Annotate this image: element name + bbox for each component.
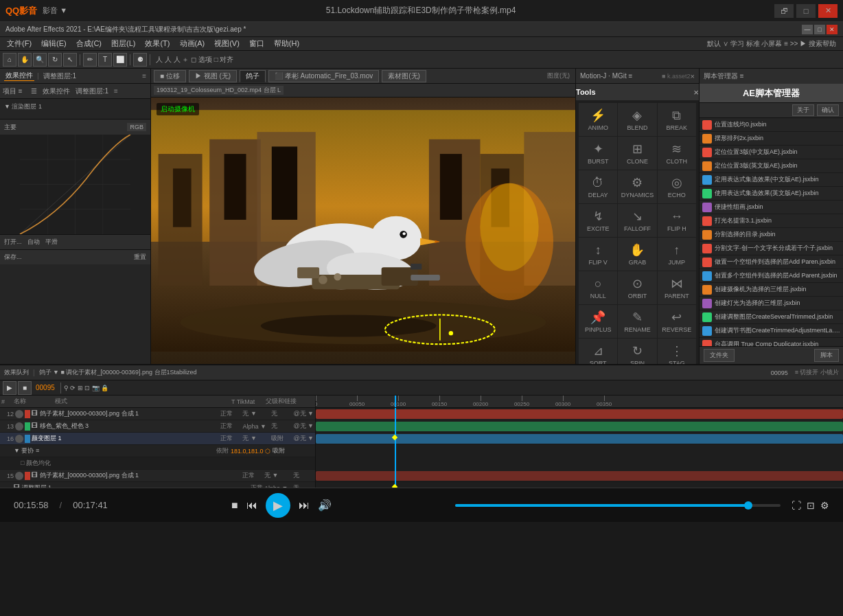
- layer-row-13[interactable]: 13 🎞 移色_紫色_橙色 3 正常 Alpha ▼ 无 @无 ▼: [0, 420, 315, 433]
- menu-edit[interactable]: 编辑(E): [37, 37, 71, 51]
- confirm-btn[interactable]: 确认: [817, 104, 839, 116]
- layer-row-12[interactable]: 12 🎞 鸽子素材_[00000-00300].png 合成 1 正常 无 ▼ …: [0, 408, 315, 420]
- tool-home[interactable]: ⌂: [3, 53, 16, 67]
- script-item-16[interactable]: 台高调用 True Comp Duplicator.jsxbin: [700, 338, 843, 346]
- script-item-12[interactable]: 创建摄像机为选择的三维层.jsxbin: [700, 283, 843, 297]
- tab-main-comp[interactable]: 鸽子: [240, 70, 266, 82]
- script-item-8[interactable]: 分割选择的目录.jsxbin: [700, 228, 843, 242]
- os-close[interactable]: ✕: [818, 4, 838, 18]
- menu-view[interactable]: 视图(V): [210, 37, 244, 51]
- btn-reset-curve[interactable]: 重置: [134, 253, 146, 262]
- script-item-5[interactable]: 使用表达式集选效果(英文版AE).jsxbin: [700, 187, 843, 201]
- stop-btn[interactable]: ■: [231, 499, 238, 512]
- tool-pinplus[interactable]: 📌PINPLUS: [579, 305, 617, 338]
- tool-jump[interactable]: ↑JUMP: [658, 238, 696, 271]
- tab-render[interactable]: 素材图(无): [382, 70, 426, 82]
- tool-animo[interactable]: ⚡ANIMO: [579, 103, 617, 136]
- tl-stop[interactable]: ■: [18, 381, 32, 395]
- about-btn[interactable]: 关于: [792, 104, 814, 116]
- tab-footage[interactable]: ⬛ 孝彬 Automatic_Fire_03.mov: [268, 70, 379, 82]
- vis-12[interactable]: [15, 410, 23, 418]
- player-progress-bar[interactable]: [455, 504, 781, 507]
- tool-parent[interactable]: ⋈PARENT: [658, 271, 696, 304]
- menu-help[interactable]: 帮助(H): [270, 37, 303, 51]
- lmode-13[interactable]: 正常: [220, 422, 241, 431]
- menu-layer[interactable]: 图层(L): [107, 37, 139, 51]
- tool-cloth[interactable]: ≋CLOTH: [658, 137, 696, 170]
- os-window-controls[interactable]: 🗗 □ ✕: [774, 4, 838, 18]
- btn-open[interactable]: 打开...: [4, 238, 22, 247]
- progress-thumb[interactable]: [744, 501, 752, 510]
- tool-sort[interactable]: ⊿SORT: [579, 339, 617, 364]
- script-item-9[interactable]: 分割文字·创一个文字长分成若干个子.jsxbin: [700, 242, 843, 255]
- tool-delay[interactable]: ⏱DELAY: [579, 170, 617, 203]
- next-btn[interactable]: ⏭: [299, 499, 310, 512]
- script-item-6[interactable]: 便捷性组画.jsxbin: [700, 201, 843, 214]
- btn-smooth[interactable]: 平滑: [45, 238, 58, 247]
- volume-btn[interactable]: 🔊: [318, 499, 332, 512]
- prev-btn[interactable]: ⏮: [246, 499, 257, 512]
- tool-rotate[interactable]: ↻: [48, 53, 62, 67]
- tool-puppet[interactable]: ⚈: [133, 53, 147, 67]
- btn-auto[interactable]: 自动: [27, 238, 40, 247]
- file-folder-btn[interactable]: 文件夹: [704, 349, 735, 362]
- script-item-1[interactable]: 摆形排列2x.jsxbin: [700, 132, 843, 146]
- menu-effects[interactable]: 效果(T): [141, 37, 174, 51]
- tool-break[interactable]: ⧉BREAK: [658, 103, 696, 136]
- tool-dynamics[interactable]: ⚙DYNAMICS: [618, 170, 656, 203]
- lmode-15[interactable]: 正常: [242, 471, 263, 480]
- tool-grab[interactable]: ✋GRAB: [618, 238, 656, 271]
- script-item-0[interactable]: 位置连线均0.jsxbin: [700, 118, 843, 132]
- layer-row-15[interactable]: 15 🎞 鸽子素材_[00000-00300].png 合成 1 正常 无 ▼ …: [0, 470, 315, 482]
- tab-flowchart[interactable]: ▶ 视图 (无): [189, 70, 237, 82]
- tool-clone[interactable]: ⊞CLONE: [618, 137, 656, 170]
- vis-16[interactable]: [15, 435, 23, 443]
- tool-null[interactable]: ○NULL: [579, 271, 617, 304]
- ae-minimize[interactable]: —: [802, 25, 813, 34]
- tool-select[interactable]: ↖: [63, 53, 77, 67]
- tool-rename[interactable]: ✎RENAME: [618, 305, 656, 338]
- layer-row-sub2[interactable]: □ 颜色均化: [0, 457, 315, 470]
- layer-row-16[interactable]: 16 颜变图层 1 正常 无 ▼ 吸附 @无 ▼: [0, 433, 315, 445]
- os-maximize[interactable]: □: [796, 4, 816, 18]
- script-item-14[interactable]: 创建调整图层CreateSeveralTrimmed.jsxbin: [700, 310, 843, 324]
- tools-close-btn[interactable]: ×: [693, 87, 699, 98]
- layer-row-sub1[interactable]: ▼ 要协 ≡ 依附 181.0,181.0 ⬡ 吸附: [0, 445, 315, 457]
- ae-maximize[interactable]: □: [814, 25, 825, 34]
- btn-save[interactable]: 保存...: [4, 253, 22, 262]
- tab-effect-controls[interactable]: 效果控件: [4, 71, 34, 81]
- tool-flip h[interactable]: ↔FLIP H: [658, 204, 696, 237]
- fullscreen-toggle[interactable]: ⛶: [792, 500, 801, 511]
- vis-13[interactable]: [15, 422, 23, 431]
- script-item-15[interactable]: 创建调节书图CreateTrimmedAdjustmentLa.jsxbin: [700, 324, 843, 338]
- tool-spin[interactable]: ↻SPIN: [618, 339, 656, 364]
- script-item-7[interactable]: 打光名提雷3.1.jsxbin: [700, 214, 843, 228]
- ae-close[interactable]: ✕: [827, 25, 838, 34]
- layer-row-sub3[interactable]: 🎞 调整图层 1 正常 Alpha ▼ 无: [0, 482, 315, 488]
- tool-text[interactable]: T: [98, 53, 112, 67]
- tool-blend[interactable]: ◈BLEND: [618, 103, 656, 136]
- settings-btn[interactable]: ⚙: [820, 500, 829, 511]
- tool-echo[interactable]: ◎ECHO: [658, 170, 696, 203]
- tool-shape[interactable]: ⬜: [113, 53, 127, 67]
- menu-window[interactable]: 窗口: [245, 37, 268, 51]
- script-item-2[interactable]: 定位位置3版(中文版AE).jsxbin: [700, 146, 843, 159]
- tool-falloff[interactable]: ↘FALLOFF: [618, 204, 656, 237]
- tool-excite[interactable]: ↯EXCITE: [579, 204, 617, 237]
- ae-win-controls[interactable]: — □ ✕: [802, 25, 838, 34]
- script-item-10[interactable]: 做置一个空组件到选择的层Add Paren.jsxbin: [700, 255, 843, 269]
- tool-burst[interactable]: ✦BURST: [579, 137, 617, 170]
- tab-adjustment-layer[interactable]: 调整图层:1: [42, 71, 78, 81]
- pip-btn[interactable]: ⊡: [807, 500, 815, 511]
- tool-pen[interactable]: ✏: [83, 53, 97, 67]
- tool-orbit[interactable]: ⊙ORBIT: [618, 271, 656, 304]
- script-item-13[interactable]: 创建灯光为选择的三维层.jsxbin: [700, 297, 843, 310]
- tool-stag[interactable]: ⋮STAG: [658, 339, 696, 364]
- os-minimize[interactable]: 🗗: [774, 4, 794, 18]
- tool-zoom[interactable]: 🔍: [33, 53, 47, 67]
- curves-channel[interactable]: RGB: [127, 123, 146, 131]
- script-item-11[interactable]: 创置多个空组件到选择的层Add Parent.jsxbin: [700, 269, 843, 283]
- play-btn[interactable]: ▶: [266, 493, 290, 518]
- menu-anim[interactable]: 动画(A): [176, 37, 209, 51]
- tab-source[interactable]: ■ 位移: [154, 70, 186, 82]
